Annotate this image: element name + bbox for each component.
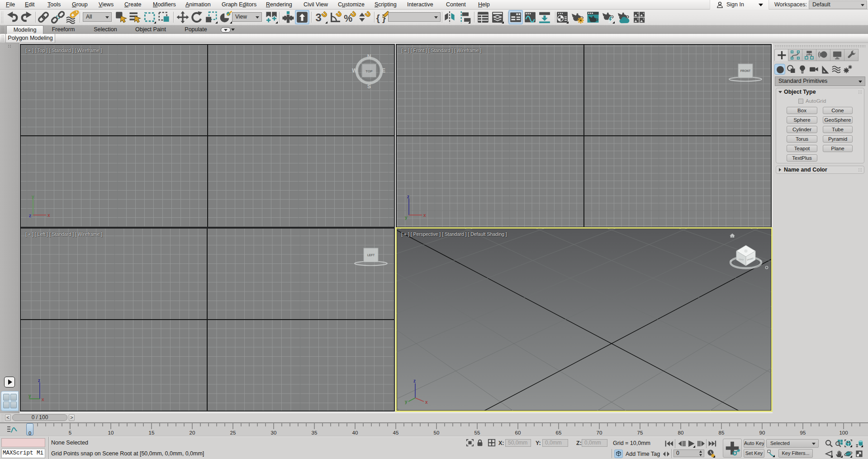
menu-views[interactable]: Views bbox=[99, 0, 114, 10]
time-slider-handle[interactable]: 0 bbox=[26, 423, 33, 435]
scale-icon[interactable] bbox=[204, 10, 218, 24]
rotate-icon[interactable] bbox=[190, 10, 204, 24]
button-teapot[interactable]: Teapot bbox=[787, 145, 817, 152]
render-setup-icon[interactable] bbox=[571, 10, 584, 24]
menu-rendering[interactable]: Rendering bbox=[266, 0, 292, 10]
viewcube-perspective[interactable]: LEFT FRONT bbox=[724, 233, 769, 278]
ribbon-tab-selection[interactable]: Selection bbox=[87, 25, 124, 34]
angle-snap-icon[interactable] bbox=[329, 10, 342, 24]
frame-spinner[interactable] bbox=[698, 449, 703, 457]
window-crossing-icon[interactable] bbox=[157, 10, 171, 24]
viewport-left-label[interactable]: [ + ] [ Left ] [ Standard ] [ Wireframe … bbox=[25, 231, 102, 237]
unlink-icon[interactable] bbox=[51, 10, 65, 24]
spinner-snap-icon[interactable] bbox=[358, 10, 371, 24]
ribbon-toggle-icon[interactable] bbox=[509, 10, 522, 24]
keyboard-override-icon[interactable] bbox=[295, 10, 309, 24]
ribbon-config-caret-icon[interactable] bbox=[231, 29, 235, 31]
menu-help[interactable]: Help bbox=[478, 0, 490, 10]
menu-tools[interactable]: Tools bbox=[47, 0, 61, 10]
layer-explorer-icon[interactable] bbox=[491, 10, 504, 24]
viewport-left[interactable]: [ + ] [ Left ] [ Standard ] [ Wireframe … bbox=[20, 228, 395, 411]
viewcube-front[interactable]: FRONT bbox=[726, 62, 765, 84]
zoom-extents-all-icon[interactable] bbox=[855, 439, 863, 448]
layout-tabs-grip[interactable] bbox=[8, 44, 11, 48]
select-link-icon[interactable] bbox=[37, 10, 50, 24]
pan-icon[interactable] bbox=[835, 449, 843, 458]
move-icon[interactable] bbox=[176, 10, 190, 24]
button-sphere[interactable]: Sphere bbox=[787, 116, 817, 124]
ribbon-tab-freeform[interactable]: Freeform bbox=[45, 25, 81, 34]
button-cone[interactable]: Cone bbox=[823, 107, 853, 114]
modify-tab[interactable] bbox=[788, 49, 802, 61]
lights-icon[interactable] bbox=[797, 64, 808, 75]
add-time-tag-icon[interactable] bbox=[614, 449, 623, 458]
button-pyramid[interactable]: Pyramid bbox=[823, 135, 853, 143]
viewport-top[interactable]: [ + ] [ Top ] [ Standard ] [ Wireframe ]… bbox=[20, 44, 395, 228]
play-icon[interactable] bbox=[687, 439, 696, 448]
primitives-dropdown[interactable]: Standard Primitives bbox=[775, 76, 865, 86]
create-tab[interactable] bbox=[774, 49, 788, 61]
ribbon-tab-object-paint[interactable]: Object Paint bbox=[128, 25, 174, 34]
zoom-icon[interactable] bbox=[825, 439, 833, 448]
timeline-ruler[interactable]: 0510152025303540455055606570758085909510… bbox=[0, 422, 868, 436]
render-cloud-icon[interactable] bbox=[617, 10, 631, 24]
ribbon-grip[interactable] bbox=[1, 26, 4, 33]
isolate-selection-icon[interactable] bbox=[466, 439, 474, 447]
menu-graph-editors[interactable]: Graph Editors bbox=[222, 0, 256, 10]
geometry-icon[interactable] bbox=[774, 64, 785, 75]
maxscript-mini-listener-pink[interactable] bbox=[1, 438, 45, 447]
viewport-top-label[interactable]: [ + ] [ Top ] [ Standard ] [ Wireframe ] bbox=[25, 48, 102, 53]
spacewarps-icon[interactable] bbox=[831, 64, 842, 75]
ribbon-config-button[interactable] bbox=[221, 27, 231, 33]
set-key-big-button[interactable] bbox=[723, 439, 742, 458]
prev-key-button[interactable]: < bbox=[5, 414, 11, 421]
menu-modifiers[interactable]: Modifiers bbox=[153, 0, 176, 10]
menu-edit[interactable]: Edit bbox=[25, 0, 35, 10]
bind-spacewarp-icon[interactable] bbox=[66, 10, 79, 24]
percent-snap-icon[interactable]: % bbox=[343, 10, 357, 24]
ribbon-tab-modeling[interactable]: Modeling bbox=[6, 25, 43, 34]
toolbar-grip[interactable] bbox=[1, 11, 4, 24]
render-production-icon[interactable] bbox=[602, 10, 615, 24]
layout-flyout-button[interactable] bbox=[4, 377, 15, 387]
menu-customize[interactable]: Customize bbox=[338, 0, 365, 10]
autogrid-checkbox[interactable] bbox=[798, 99, 803, 104]
pivot-center-icon[interactable] bbox=[265, 10, 278, 24]
select-object-icon[interactable] bbox=[114, 10, 128, 24]
x-field[interactable]: 50,0mm bbox=[505, 439, 531, 447]
scene-explorer-icon[interactable] bbox=[476, 10, 490, 24]
button-plane[interactable]: Plane bbox=[823, 145, 853, 152]
redo-icon[interactable] bbox=[20, 10, 33, 24]
button-cylinder[interactable]: Cylinder bbox=[787, 126, 817, 133]
viewcube-top[interactable]: TOP N E S W bbox=[352, 53, 386, 91]
tab-polygon-modeling[interactable]: Polygon Modeling bbox=[5, 34, 55, 43]
prev-frame-icon[interactable] bbox=[677, 439, 686, 448]
menu-animation[interactable]: Animation bbox=[185, 0, 211, 10]
display-tab[interactable] bbox=[830, 49, 844, 61]
button-torus[interactable]: Torus bbox=[787, 135, 817, 143]
menu-file[interactable]: File bbox=[6, 0, 15, 10]
offset-mode-icon[interactable] bbox=[488, 439, 496, 447]
material-editor-icon[interactable] bbox=[555, 10, 569, 24]
auto-key-button[interactable]: Auto Key bbox=[744, 439, 764, 448]
next-key-button[interactable]: > bbox=[69, 414, 75, 421]
key-mode-icon[interactable] bbox=[767, 449, 775, 458]
workspace-select[interactable]: Default bbox=[809, 0, 867, 9]
time-config-icon[interactable] bbox=[707, 449, 716, 458]
named-selection-sets-dropdown[interactable] bbox=[388, 12, 441, 22]
button-geosphere[interactable]: GeoSphere bbox=[823, 116, 853, 124]
rendered-frame-icon[interactable] bbox=[586, 10, 600, 24]
command-panel-grip[interactable] bbox=[774, 45, 866, 48]
button-tube[interactable]: Tube bbox=[823, 126, 853, 133]
align-icon[interactable] bbox=[457, 10, 471, 24]
mirror-icon[interactable] bbox=[443, 10, 456, 24]
utilities-tab[interactable] bbox=[844, 49, 859, 61]
next-frame-icon[interactable] bbox=[697, 439, 706, 448]
viewport-front-label[interactable]: [ + ] [ Front ] [ Standard ] [ Wireframe… bbox=[401, 48, 481, 53]
gallery-icon[interactable] bbox=[632, 10, 646, 24]
y-field[interactable]: 0,0mm bbox=[542, 439, 568, 447]
viewport-front[interactable]: [ + ] [ Front ] [ Standard ] [ Wireframe… bbox=[396, 44, 772, 228]
place-icon[interactable] bbox=[219, 10, 232, 24]
layout-tab-2x2[interactable] bbox=[1, 391, 19, 411]
rollout-name-color-header[interactable]: Name and Color bbox=[776, 166, 864, 174]
